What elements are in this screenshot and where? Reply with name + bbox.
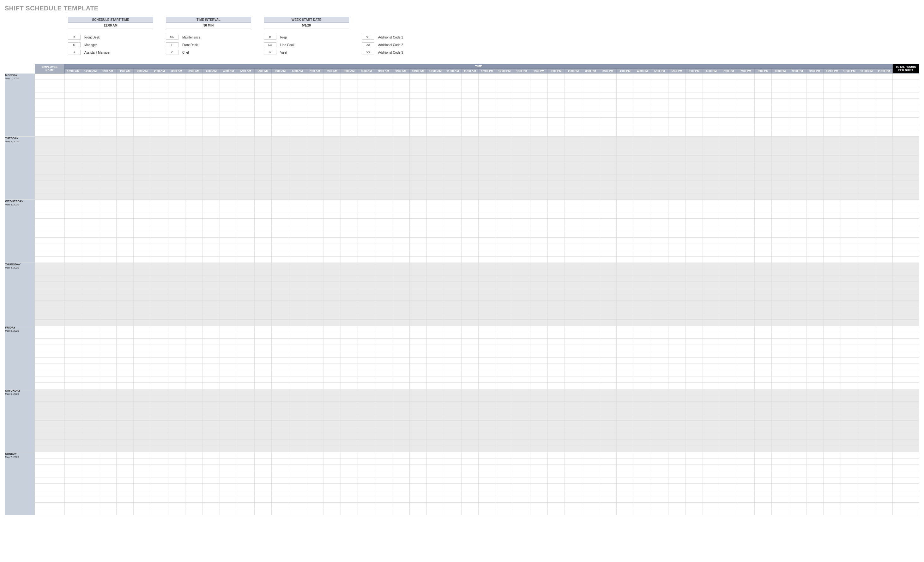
shift-cell[interactable] <box>858 389 875 395</box>
shift-cell[interactable] <box>824 351 841 357</box>
shift-cell[interactable] <box>220 490 237 496</box>
shift-cell[interactable] <box>168 402 185 408</box>
shift-cell[interactable] <box>858 111 875 118</box>
shift-cell[interactable] <box>772 471 789 477</box>
shift-cell[interactable] <box>582 225 599 231</box>
shift-cell[interactable] <box>82 187 99 193</box>
shift-cell[interactable] <box>754 86 772 93</box>
shift-cell[interactable] <box>323 509 340 515</box>
shift-cell[interactable] <box>599 313 616 320</box>
shift-cell[interactable] <box>496 313 513 320</box>
shift-cell[interactable] <box>754 421 772 427</box>
shift-cell[interactable] <box>548 238 565 244</box>
shift-cell[interactable] <box>65 446 82 452</box>
shift-cell[interactable] <box>168 459 185 465</box>
shift-cell[interactable] <box>254 320 272 326</box>
shift-cell[interactable] <box>461 206 478 212</box>
shift-cell[interactable] <box>82 326 99 332</box>
shift-cell[interactable] <box>599 193 616 200</box>
shift-cell[interactable] <box>185 275 203 282</box>
shift-cell[interactable] <box>185 332 203 339</box>
shift-cell[interactable] <box>582 149 599 155</box>
shift-cell[interactable] <box>478 86 496 93</box>
shift-cell[interactable] <box>134 162 151 168</box>
shift-cell[interactable] <box>410 238 427 244</box>
legend-code[interactable]: F <box>68 35 81 40</box>
shift-cell[interactable] <box>323 439 340 446</box>
shift-cell[interactable] <box>582 503 599 509</box>
shift-cell[interactable] <box>185 301 203 307</box>
shift-cell[interactable] <box>824 364 841 370</box>
shift-cell[interactable] <box>772 402 789 408</box>
shift-cell[interactable] <box>410 446 427 452</box>
shift-cell[interactable] <box>444 383 462 389</box>
shift-cell[interactable] <box>340 465 358 471</box>
shift-cell[interactable] <box>134 351 151 357</box>
shift-cell[interactable] <box>82 320 99 326</box>
shift-cell[interactable] <box>513 219 530 225</box>
shift-cell[interactable] <box>582 73 599 80</box>
shift-cell[interactable] <box>323 395 340 402</box>
shift-cell[interactable] <box>496 137 513 143</box>
shift-cell[interactable] <box>410 509 427 515</box>
shift-cell[interactable] <box>772 345 789 351</box>
shift-cell[interactable] <box>202 206 220 212</box>
shift-cell[interactable] <box>599 175 616 181</box>
shift-cell[interactable] <box>116 446 134 452</box>
shift-cell[interactable] <box>116 477 134 484</box>
shift-cell[interactable] <box>289 263 306 269</box>
shift-cell[interactable] <box>116 414 134 421</box>
shift-cell[interactable] <box>496 93 513 99</box>
shift-cell[interactable] <box>99 427 117 433</box>
shift-cell[interactable] <box>461 212 478 219</box>
shift-cell[interactable] <box>151 377 168 383</box>
shift-cell[interactable] <box>99 86 117 93</box>
shift-cell[interactable] <box>478 282 496 288</box>
shift-cell[interactable] <box>168 332 185 339</box>
shift-cell[interactable] <box>340 149 358 155</box>
shift-cell[interactable] <box>202 301 220 307</box>
shift-cell[interactable] <box>599 395 616 402</box>
shift-cell[interactable] <box>168 414 185 421</box>
shift-cell[interactable] <box>686 206 703 212</box>
shift-cell[interactable] <box>548 225 565 231</box>
shift-cell[interactable] <box>272 433 289 439</box>
shift-cell[interactable] <box>737 471 754 477</box>
shift-cell[interactable] <box>875 118 892 124</box>
shift-cell[interactable] <box>151 124 168 130</box>
shift-cell[interactable] <box>530 238 548 244</box>
shift-cell[interactable] <box>478 452 496 459</box>
shift-cell[interactable] <box>410 275 427 282</box>
shift-cell[interactable] <box>686 465 703 471</box>
shift-cell[interactable] <box>496 307 513 313</box>
shift-cell[interactable] <box>686 263 703 269</box>
shift-cell[interactable] <box>185 162 203 168</box>
shift-cell[interactable] <box>410 200 427 206</box>
shift-cell[interactable] <box>358 105 375 111</box>
shift-cell[interactable] <box>65 149 82 155</box>
shift-cell[interactable] <box>720 408 737 414</box>
shift-cell[interactable] <box>496 238 513 244</box>
shift-cell[interactable] <box>254 471 272 477</box>
shift-cell[interactable] <box>668 395 686 402</box>
shift-cell[interactable] <box>548 149 565 155</box>
shift-cell[interactable] <box>168 383 185 389</box>
shift-cell[interactable] <box>530 206 548 212</box>
shift-cell[interactable] <box>548 143 565 149</box>
shift-cell[interactable] <box>254 137 272 143</box>
shift-cell[interactable] <box>151 339 168 345</box>
shift-cell[interactable] <box>841 402 858 408</box>
shift-cell[interactable] <box>754 307 772 313</box>
shift-cell[interactable] <box>875 452 892 459</box>
shift-cell[interactable] <box>478 269 496 275</box>
shift-cell[interactable] <box>513 137 530 143</box>
shift-cell[interactable] <box>272 326 289 332</box>
shift-cell[interactable] <box>185 111 203 118</box>
shift-cell[interactable] <box>806 200 824 206</box>
shift-cell[interactable] <box>702 307 720 313</box>
shift-cell[interactable] <box>582 307 599 313</box>
shift-cell[interactable] <box>306 175 324 181</box>
shift-cell[interactable] <box>737 282 754 288</box>
shift-cell[interactable] <box>168 294 185 301</box>
shift-cell[interactable] <box>202 313 220 320</box>
